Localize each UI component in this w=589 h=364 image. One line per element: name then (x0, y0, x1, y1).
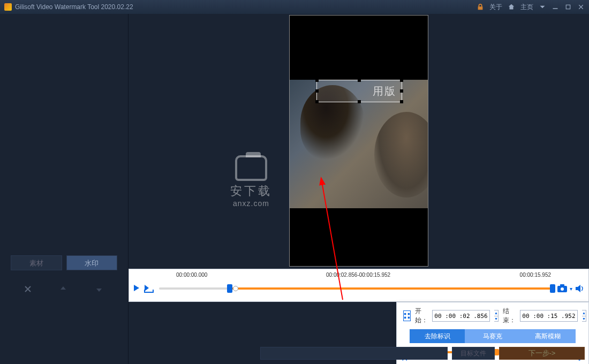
snapshot-icon[interactable] (557, 284, 568, 293)
delete-icon[interactable] (24, 285, 33, 294)
output-bar: 目标文件 下一步-> (260, 346, 585, 361)
resize-handle[interactable] (358, 100, 361, 103)
end-time-spinner[interactable]: ▲▼ (582, 310, 586, 322)
dropdown-icon[interactable]: ▾ (570, 286, 572, 292)
svg-rect-2 (144, 292, 154, 293)
about-link[interactable]: 关于 (489, 3, 502, 12)
timeline-end-label: 00:00:15.952 (520, 272, 551, 278)
close-icon[interactable] (577, 3, 585, 11)
browse-button[interactable]: 目标文件 (452, 347, 495, 360)
tab-gaussian-blur[interactable]: 高斯模糊 (520, 329, 576, 343)
svg-rect-3 (144, 290, 145, 293)
minimize-icon[interactable] (552, 3, 559, 11)
maximize-icon[interactable] (564, 3, 572, 11)
svg-rect-1 (566, 5, 570, 9)
timeline-start-label: 00:00:00.000 (176, 272, 207, 278)
tab-mosaic[interactable]: 马赛克 (465, 329, 520, 343)
timeline: 00:00:00.000 00:00:02.856-00:00:15.952 0… (129, 269, 589, 302)
move-down-icon[interactable] (95, 285, 104, 294)
resize-handle[interactable] (315, 89, 319, 93)
resize-handle[interactable] (400, 89, 403, 93)
play-range-icon[interactable] (143, 283, 155, 294)
watermark-text: 用版 (373, 84, 396, 98)
tab-remove-logo[interactable]: 去除标识 (410, 329, 465, 343)
start-time-spinner[interactable]: ▲▼ (494, 310, 499, 322)
svg-rect-11 (408, 317, 410, 318)
svg-point-7 (561, 287, 564, 291)
home-link[interactable]: 主页 (520, 3, 533, 12)
fit-screen-icon[interactable] (403, 310, 411, 321)
svg-rect-8 (404, 313, 406, 315)
start-time-label: 开始： (415, 307, 428, 325)
range-start-handle[interactable] (227, 284, 232, 293)
play-icon[interactable] (132, 284, 142, 293)
range-end-handle[interactable] (550, 284, 555, 293)
svg-rect-0 (553, 8, 558, 9)
video-preview[interactable]: 用版 (289, 15, 428, 267)
dropdown-icon[interactable] (539, 3, 546, 11)
svg-rect-6 (560, 284, 564, 286)
output-path-field[interactable] (260, 347, 448, 360)
resize-handle[interactable] (358, 79, 361, 82)
next-button[interactable]: 下一步-> (499, 347, 585, 360)
timeline-range-label: 00:00:02.856-00:00:15.952 (326, 272, 390, 278)
move-up-icon[interactable] (59, 285, 69, 294)
app-logo (4, 3, 12, 11)
svg-rect-10 (404, 317, 406, 318)
volume-icon[interactable] (575, 284, 585, 293)
watermark-selection[interactable]: 用版 (316, 80, 402, 102)
tab-material[interactable]: 素材 (11, 255, 62, 270)
lock-icon[interactable] (477, 3, 484, 11)
end-time-label: 结束： (503, 307, 516, 325)
resize-handle[interactable] (315, 79, 319, 82)
workspace: 用版 00:00:00.000 00:00:02.856-00:00:15.95… (129, 14, 589, 364)
start-time-input[interactable] (432, 310, 490, 322)
svg-rect-4 (153, 290, 154, 293)
end-time-input[interactable] (520, 310, 578, 322)
svg-rect-9 (408, 313, 410, 315)
resize-handle[interactable] (400, 79, 403, 82)
window-title: Gilisoft Video Watermark Tool 2020.02.22 (15, 3, 477, 11)
tab-watermark[interactable]: 水印 (66, 255, 118, 270)
sidebar: 素材 水印 (0, 14, 129, 364)
resize-handle[interactable] (400, 100, 403, 103)
resize-handle[interactable] (315, 100, 319, 103)
timeline-track[interactable] (159, 285, 553, 292)
playhead[interactable] (233, 286, 238, 291)
home-icon[interactable] (508, 3, 515, 11)
